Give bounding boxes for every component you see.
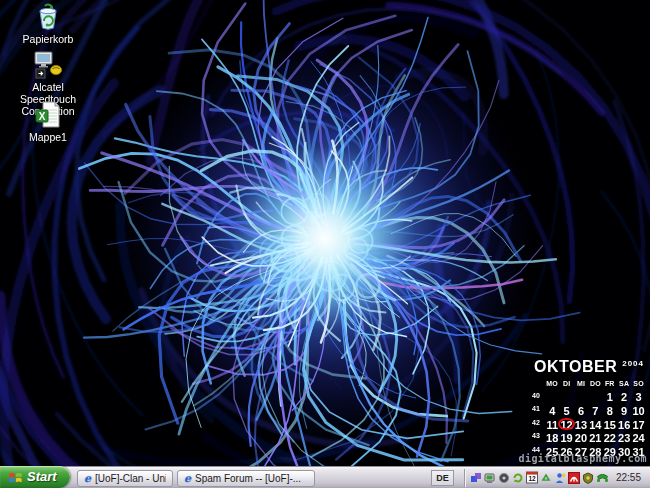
desktop-icon-label: Mappe1	[4, 131, 92, 143]
svg-text:X: X	[39, 111, 46, 122]
desktop-icon-excel-workbook[interactable]: XMappe1	[4, 100, 92, 143]
tray-calendar-date-icon[interactable]: 12	[526, 471, 539, 485]
calendar-day: 9	[617, 404, 631, 418]
calendar-grid: MODIMIDOFRSASO40123414567891042111213141…	[532, 377, 648, 459]
calendar-title: OKTOBER2004	[532, 358, 648, 376]
calendar-week-number: 40	[532, 391, 545, 405]
calendar-day-header: MO	[545, 377, 559, 391]
system-tray: 12	[470, 471, 609, 485]
calendar-day-header: MI	[574, 377, 588, 391]
start-button-label: Start	[27, 469, 57, 485]
language-indicator[interactable]: DE	[431, 470, 454, 486]
dialup-connection-icon	[32, 50, 64, 80]
internet-explorer-icon: e	[84, 472, 91, 485]
calendar-day: 20	[574, 431, 588, 445]
calendar-day-header: SO	[631, 377, 645, 391]
calendar-day	[559, 391, 573, 405]
desktop-icon-label: Papierkorb	[4, 33, 92, 45]
calendar-day: 3	[631, 391, 645, 405]
tray-network-monitor-icon[interactable]	[484, 471, 497, 485]
taskbar-clock[interactable]: 22:55	[609, 472, 650, 483]
calendar-day: 15	[603, 418, 617, 432]
tray-antivirus-icon[interactable]	[568, 471, 581, 485]
calendar-day: 16	[617, 418, 631, 432]
wallpaper-calendar: OKTOBER2004 MODIMIDOFRSASO40123414567891…	[532, 358, 648, 459]
tray-update-swirl-icon[interactable]	[512, 471, 525, 485]
calendar-day-header: FR	[603, 377, 617, 391]
tray-power-meter-icon[interactable]	[498, 471, 511, 485]
calendar-day: 23	[617, 431, 631, 445]
task-button-area: e[UoF]-Clan - Union of...eSpam Forum -- …	[77, 469, 315, 487]
calendar-day	[574, 391, 588, 405]
svg-text:12: 12	[529, 475, 537, 482]
desktop: PapierkorbAlcatel Speedtouch ConnectionX…	[0, 0, 650, 466]
calendar-day: 13	[574, 418, 588, 432]
tray-messenger-user-icon[interactable]	[554, 471, 567, 485]
calendar-day-header: SA	[617, 377, 631, 391]
calendar-day	[545, 391, 559, 405]
calendar-day: 2	[617, 391, 631, 405]
calendar-day: 10	[631, 404, 645, 418]
calendar-week-number: 41	[532, 404, 545, 418]
task-label: Spam Forum -- [UoF]-...	[195, 473, 301, 484]
taskbar-task-1[interactable]: e[UoF]-Clan - Union of...	[77, 470, 173, 487]
internet-explorer-icon: e	[184, 472, 191, 485]
calendar-week-number: 42	[532, 418, 545, 432]
tray-app-window-icon[interactable]	[470, 471, 483, 485]
calendar-day-header: DO	[588, 377, 602, 391]
taskbar: Start e[UoF]-Clan - Union of...eSpam For…	[0, 466, 650, 488]
taskbar-task-2[interactable]: eSpam Forum -- [UoF]-...	[177, 470, 315, 487]
tray-shield-icon[interactable]	[582, 471, 595, 485]
calendar-corner	[532, 377, 545, 391]
calendar-day-highlighted: 12	[559, 418, 573, 432]
calendar-day: 14	[588, 418, 602, 432]
calendar-day	[588, 391, 602, 405]
calendar-day: 21	[588, 431, 602, 445]
calendar-day: 18	[545, 431, 559, 445]
excel-workbook-icon: X	[32, 100, 64, 130]
calendar-day: 4	[545, 404, 559, 418]
tray-phone-handset-icon[interactable]	[596, 471, 609, 485]
calendar-day: 8	[603, 404, 617, 418]
calendar-year: 2004	[622, 359, 644, 368]
calendar-day: 17	[631, 418, 645, 432]
calendar-week-number: 43	[532, 431, 545, 445]
desktop-icon-recycle-bin[interactable]: Papierkorb	[4, 2, 92, 45]
calendar-day: 19	[559, 431, 573, 445]
calendar-day: 6	[574, 404, 588, 418]
calendar-month: OKTOBER	[534, 358, 617, 375]
windows-logo-icon	[8, 471, 23, 484]
calendar-day-header: DI	[559, 377, 573, 391]
calendar-day: 1	[603, 391, 617, 405]
recycle-bin-icon	[32, 2, 64, 32]
calendar-day: 24	[631, 431, 645, 445]
calendar-day: 5	[559, 404, 573, 418]
task-label: [UoF]-Clan - Union of...	[95, 473, 166, 484]
start-button[interactable]: Start	[0, 466, 70, 488]
tray-recycle-icon[interactable]	[540, 471, 553, 485]
tray-divider	[464, 469, 465, 487]
calendar-day: 11	[545, 418, 559, 432]
wallpaper-credit: digitalblasphemy.com	[519, 453, 647, 464]
calendar-day: 7	[588, 404, 602, 418]
calendar-day: 22	[603, 431, 617, 445]
